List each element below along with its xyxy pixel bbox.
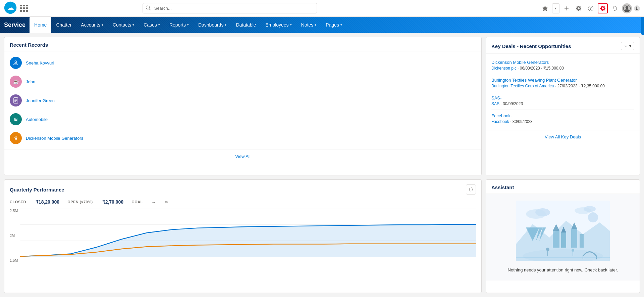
assistant-message: Nothing needs your attention right now. … xyxy=(508,267,618,272)
record-item[interactable]: ⊞ Automobile xyxy=(4,110,481,129)
record-item[interactable]: ☕ John xyxy=(4,72,481,91)
add-button[interactable] xyxy=(561,3,572,13)
assistant-illustration xyxy=(516,201,610,262)
nav-item-reports[interactable]: Reports ▾ xyxy=(165,17,194,33)
favorites-dropdown-button[interactable]: ▾ xyxy=(552,3,559,13)
gear-button[interactable] xyxy=(598,3,608,13)
record-item[interactable]: Jennifer Green xyxy=(4,91,481,110)
nav-brand[interactable]: Service xyxy=(3,17,30,33)
open-label: OPEN (>70%) xyxy=(67,200,93,204)
deal-company-4[interactable]: Facebook xyxy=(491,119,509,124)
nav-items: Home Chatter Accounts ▾ Contacts ▾ Cases… xyxy=(30,17,347,33)
record-icon-sneha xyxy=(10,57,22,69)
deal-meta-3: SAS · 30/09/2023 xyxy=(491,101,634,106)
notifications-button[interactable] xyxy=(610,3,620,13)
nav-item-accounts[interactable]: Accounts ▾ xyxy=(76,17,108,33)
nav-item-home[interactable]: Home xyxy=(30,17,51,33)
key-deals-card: Key Deals - Recent Opportunities ▾ Dicke… xyxy=(486,37,640,175)
deal-title-2[interactable]: Burlington Textiles Weaving Plant Genera… xyxy=(491,78,634,83)
navigation-bar: Service Home Chatter Accounts ▾ Contacts… xyxy=(0,17,644,33)
dashboards-chevron: ▾ xyxy=(225,23,226,27)
deal-item-3: SAS- SAS · 30/09/2023 xyxy=(491,92,634,110)
view-all-button[interactable]: View All xyxy=(235,154,250,159)
svg-point-12 xyxy=(588,212,598,222)
svg-text:☁: ☁ xyxy=(7,4,14,11)
nav-item-employees[interactable]: Employees ▾ xyxy=(261,17,296,33)
svg-point-11 xyxy=(584,206,596,212)
record-link-john[interactable]: John xyxy=(26,79,35,84)
salesforce-logo[interactable]: ☁ xyxy=(4,1,17,15)
deal-meta-2: Burlington Textiles Corp of America · 27… xyxy=(491,84,634,88)
cases-chevron: ▾ xyxy=(158,23,160,27)
top-bar: ☁ ▾ xyxy=(0,0,644,17)
svg-point-25 xyxy=(572,249,574,252)
deal-item-4: Facebook- Facebook · 30/09/2023 xyxy=(491,110,634,127)
favorites-button[interactable] xyxy=(540,3,550,13)
y-label-25m: 2.5M xyxy=(10,209,18,213)
nav-item-notes[interactable]: Notes ▾ xyxy=(297,17,321,33)
record-item[interactable]: ♛ Dickenson Mobile Generators xyxy=(4,129,481,147)
nav-item-dashboards[interactable]: Dashboards ▾ xyxy=(194,17,231,33)
view-all-deals-row: View All Key Deals xyxy=(486,130,640,143)
record-item[interactable]: Sneha Kovvuri xyxy=(4,53,481,72)
accounts-chevron: ▾ xyxy=(102,23,103,27)
svg-point-9 xyxy=(535,208,550,216)
key-deals-filter-button[interactable]: ▾ xyxy=(621,42,634,50)
deal-separator-1: · xyxy=(518,66,520,71)
chart-svg xyxy=(20,209,476,257)
deal-date-1: 06/03/2023 xyxy=(520,66,540,71)
user-avatar[interactable] xyxy=(622,3,632,13)
nav-item-chatter[interactable]: Chatter xyxy=(51,17,76,33)
app-launcher-dot xyxy=(23,5,25,6)
nav-item-pages[interactable]: Pages ▾ xyxy=(321,17,347,33)
app-launcher-dot xyxy=(26,7,28,9)
deal-company-1[interactable]: Dickenson plc xyxy=(491,66,517,71)
deal-separator-4: · xyxy=(510,119,513,124)
assistant-body: Nothing needs your attention right now. … xyxy=(486,194,640,281)
view-all-row: View All xyxy=(4,150,481,163)
app-launcher-dot xyxy=(20,7,22,9)
filter-icon: ▾ xyxy=(629,44,631,48)
record-link-sneha[interactable]: Sneha Kovvuri xyxy=(26,60,54,66)
nav-scrollbar xyxy=(641,15,644,35)
quarterly-performance-card: Quarterly Performance CLOSED ₹18,20,000 … xyxy=(4,179,482,293)
chart-container: 2.5M 2M 1.5M xyxy=(4,209,481,262)
deal-date-3: 30/09/2023 xyxy=(503,101,523,106)
goal-label: GOAL xyxy=(131,200,143,204)
reports-chevron: ▾ xyxy=(187,23,189,27)
record-link-automobile[interactable]: Automobile xyxy=(26,117,48,122)
deal-title-3[interactable]: SAS- xyxy=(491,95,634,100)
app-launcher-dot xyxy=(23,10,25,12)
deal-meta-4: Facebook · 30/09/2023 xyxy=(491,119,634,124)
nav-item-cases[interactable]: Cases ▾ xyxy=(139,17,165,33)
help-button[interactable] xyxy=(586,3,596,13)
svg-point-23 xyxy=(546,248,549,251)
record-link-jennifer[interactable]: Jennifer Green xyxy=(26,98,55,103)
deal-list: Dickenson Mobile Generators Dickenson pl… xyxy=(486,54,640,130)
chart-y-labels: 2.5M 2M 1.5M xyxy=(10,209,18,262)
search-input[interactable] xyxy=(143,3,317,13)
recent-records-header: Recent Records xyxy=(4,37,481,51)
app-launcher-dot xyxy=(26,5,28,6)
deal-company-2[interactable]: Burlington Textiles Corp of America xyxy=(491,84,554,88)
deal-title-4[interactable]: Facebook- xyxy=(491,113,634,118)
y-label-15m: 1.5M xyxy=(10,258,18,262)
goal-value: -- xyxy=(152,200,155,205)
deal-meta-1: Dickenson plc · 06/03/2023 · ₹15,000.00 xyxy=(491,66,634,71)
info-button[interactable]: ℹ xyxy=(634,5,640,11)
record-icon-john: ☕ xyxy=(10,76,22,88)
svg-rect-15 xyxy=(553,231,559,248)
nav-item-datatable[interactable]: Datatable xyxy=(231,17,261,33)
view-all-deals-button[interactable]: View All Key Deals xyxy=(545,134,581,139)
deal-title-1[interactable]: Dickenson Mobile Generators xyxy=(491,60,634,65)
refresh-button[interactable] xyxy=(466,184,476,195)
record-link-dickenson[interactable]: Dickenson Mobile Generators xyxy=(26,136,83,141)
app-launcher-dot xyxy=(20,5,22,6)
nav-item-contacts[interactable]: Contacts ▾ xyxy=(108,17,139,33)
goal-edit-button[interactable]: ✏ xyxy=(165,200,168,205)
deal-company-3[interactable]: SAS xyxy=(491,101,499,106)
y-label-2m: 2M xyxy=(10,234,18,238)
setup-global-button[interactable] xyxy=(574,3,584,13)
contacts-chevron: ▾ xyxy=(132,23,134,27)
app-launcher-button[interactable] xyxy=(19,4,29,12)
